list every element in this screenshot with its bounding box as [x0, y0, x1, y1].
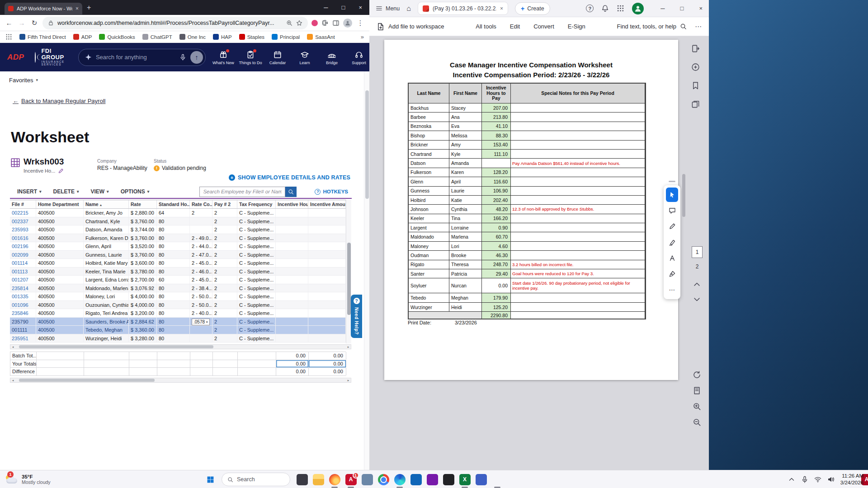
bookmark-hap[interactable]: HAP: [213, 34, 232, 40]
chevron-down-icon[interactable]: [693, 295, 701, 304]
incentive-amount-cell[interactable]: [308, 284, 346, 292]
column-header[interactable]: Pay # 2: [212, 200, 237, 208]
incentive-amount-cell[interactable]: [308, 276, 346, 284]
zoom-icon[interactable]: [286, 20, 292, 26]
adp-search-input[interactable]: [96, 54, 175, 61]
file-number-cell[interactable]: 001114: [10, 259, 36, 267]
page-thumbnail-1[interactable]: 1: [692, 246, 703, 258]
search-submit-button[interactable]: ↑: [190, 51, 203, 64]
file-number-cell[interactable]: 001335: [10, 292, 36, 300]
grid-row[interactable]: 002099400500Gunness, Laurie$ 3,760.00802…: [10, 251, 346, 259]
file-number-cell[interactable]: 002196: [10, 242, 36, 250]
grid-row[interactable]: 235790400500Saunders, Brooke Ali...$ 2,8…: [10, 318, 346, 326]
browser-page-scrollbar[interactable]: [364, 71, 369, 470]
file-number-cell[interactable]: 001616: [10, 234, 36, 242]
adp-search-bar[interactable]: ↑: [78, 49, 206, 66]
bookmarks-apps-icon[interactable]: [5, 33, 12, 40]
incentive-hours-cell[interactable]: [276, 267, 308, 276]
scrollbar-thumb[interactable]: [347, 243, 351, 315]
grid-row[interactable]: 002196400500Glenn, April$ 3,520.00802 - …: [10, 242, 346, 251]
grid-row[interactable]: 001113400500Keeler, Tina Marie$ 3,780.00…: [10, 267, 346, 276]
taskbar-app-acrobat[interactable]: A: [489, 470, 505, 488]
incentive-amount-cell[interactable]: [308, 251, 346, 259]
taskbar-app-workspace[interactable]: [359, 470, 375, 488]
file-number-cell[interactable]: 235814: [10, 284, 36, 292]
taskbar-app-adp[interactable]: A1: [343, 470, 359, 488]
incentive-hours-cell[interactable]: [276, 318, 308, 326]
volume-icon[interactable]: [827, 476, 835, 483]
column-header[interactable]: Home Department: [36, 200, 84, 208]
rate-code-dropdown[interactable]: .0578▾: [192, 319, 210, 325]
grid-horizontal-scrollbar[interactable]: ◂▸: [10, 344, 351, 349]
file-number-cell[interactable]: 001111: [10, 326, 36, 334]
toolbar-drag-handle[interactable]: [669, 181, 675, 182]
taskbar-app-onenote[interactable]: [424, 470, 440, 488]
page-thumbnail-2[interactable]: 2: [692, 261, 703, 272]
taskbar-search-input[interactable]: [237, 476, 284, 483]
address-bar[interactable]: workforcenow.adp.com/theme/admin.html#/P…: [42, 17, 308, 29]
grid-row[interactable]: 002337400500Chartrand, Kyle$ 3,760.00802…: [10, 217, 346, 226]
file-number-cell[interactable]: 235846: [10, 309, 36, 317]
start-button[interactable]: [203, 472, 218, 487]
incentive-hours-cell[interactable]: [276, 217, 308, 225]
incentive-amount-cell[interactable]: [308, 217, 346, 225]
adp-nav-support[interactable]: Support: [347, 50, 369, 65]
grid-row[interactable]: 235814400500Maldonado, Marlena$ 3,076.92…: [10, 284, 346, 293]
apps-grid-icon[interactable]: [617, 5, 624, 12]
bookmarks-icon[interactable]: [691, 81, 700, 90]
taskbar-app-quickbooks[interactable]: [440, 470, 457, 488]
acrobat-scrollbar[interactable]: [682, 36, 686, 470]
ai-assistant-icon[interactable]: [691, 63, 700, 71]
new-tab-button[interactable]: +: [87, 4, 91, 12]
file-number-cell[interactable]: 002099: [10, 251, 36, 259]
bookmark-fifth-third-direct[interactable]: Fifth Third Direct: [19, 34, 66, 40]
add-text-tool-button[interactable]: [666, 251, 678, 265]
sidebar-toggle-icon[interactable]: [332, 19, 340, 27]
incentive-hours-cell[interactable]: [276, 259, 308, 267]
grid-row[interactable]: 001114400500Holbird, Katie Mary$ 3,600.0…: [10, 259, 346, 267]
e-sign-tab[interactable]: E-Sign: [568, 23, 585, 30]
show-employee-details-link[interactable]: + SHOW EMPLOYEE DETAILS AND RATES: [229, 174, 350, 181]
file-number-cell[interactable]: 235790: [10, 318, 36, 326]
menu-delete[interactable]: DELETE▾: [53, 188, 79, 195]
maximize-button[interactable]: □: [342, 4, 345, 11]
menu-options[interactable]: OPTIONS▾: [121, 188, 150, 195]
find-tools-button[interactable]: Find text, tools, or help: [617, 23, 687, 30]
chevron-up-icon[interactable]: [788, 476, 795, 483]
bookmark-quickbooks[interactable]: QuickBooks: [99, 34, 135, 40]
acrobat-document-tab[interactable]: (Pay 3) 01.23.26 - 03.22.2... ×: [418, 2, 508, 15]
hotkeys-button[interactable]: ? HOTKEYS: [315, 189, 348, 195]
forward-button[interactable]: →: [17, 19, 26, 27]
adp-nav-bridge[interactable]: Bridge: [320, 50, 344, 65]
grid-row[interactable]: 001096400500Ouzounian, Cynthia ...$ 4,00…: [10, 301, 346, 310]
mic-icon[interactable]: [179, 54, 186, 61]
taskbar-app-phone-link[interactable]: [294, 470, 310, 488]
browser-profile-avatar[interactable]: [343, 19, 352, 28]
bookmark-chatgpt[interactable]: ChatGPT: [142, 34, 172, 40]
bookmark-one-inc[interactable]: One Inc: [179, 34, 206, 40]
create-button[interactable]: + Create: [515, 2, 550, 15]
incentive-amount-cell[interactable]: [308, 259, 346, 267]
adp-logo[interactable]: ADP: [7, 53, 24, 62]
incentive-amount-cell[interactable]: [308, 225, 346, 234]
wifi-icon[interactable]: [814, 476, 821, 483]
scrollbar-thumb[interactable]: [19, 345, 213, 348]
back-to-payroll-link[interactable]: ←Back to Manage Regular Payroll: [13, 98, 105, 104]
incentive-amount-cell[interactable]: [308, 292, 346, 300]
more-tool-button[interactable]: ⋯: [666, 282, 678, 297]
grid-row[interactable]: 002215400500Brickner, Amy Jo$ 2,880.0064…: [10, 209, 346, 217]
incentive-amount-cell[interactable]: [308, 242, 346, 250]
incentive-amount-cell[interactable]: [308, 209, 346, 217]
edit-pencil-icon[interactable]: [58, 168, 64, 174]
home-icon[interactable]: ⌂: [406, 5, 411, 13]
incentive-amount-cell[interactable]: [308, 234, 346, 242]
select-tool-button[interactable]: [666, 188, 678, 202]
minimize-button[interactable]: ─: [324, 4, 328, 11]
grid-row[interactable]: 001335400500Maloney, Lori$ 4,000.00802 -…: [10, 292, 346, 301]
scrollbar-thumb[interactable]: [19, 379, 155, 382]
column-header[interactable]: Rate: [129, 200, 157, 208]
taskbar-app-chrome[interactable]: [375, 470, 392, 488]
site-info-icon[interactable]: [48, 20, 54, 26]
incentive-hours-cell[interactable]: [276, 326, 308, 334]
need-help-button[interactable]: ? Need Help?: [351, 295, 362, 338]
